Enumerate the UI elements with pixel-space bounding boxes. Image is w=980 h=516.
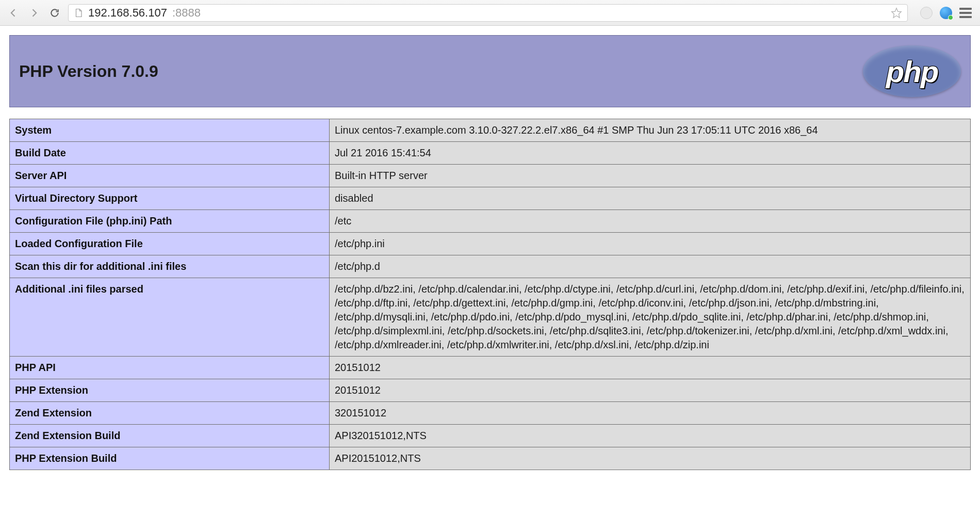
globe-icon[interactable] (940, 7, 952, 19)
back-button[interactable] (6, 6, 21, 20)
phpinfo-header: PHP Version 7.0.9 php (9, 35, 971, 107)
svg-marker-0 (892, 8, 901, 17)
config-key: Loaded Configuration File (10, 233, 330, 255)
config-key: Build Date (10, 142, 330, 165)
url-port: :8888 (172, 6, 201, 20)
hamburger-menu-icon[interactable] (959, 8, 972, 18)
table-row: Additional .ini files parsed/etc/php.d/b… (10, 278, 971, 357)
config-value: API20151012,NTS (330, 447, 971, 470)
reload-button[interactable] (47, 6, 62, 20)
config-key: Scan this dir for additional .ini files (10, 255, 330, 278)
bookmark-star-icon[interactable] (891, 7, 902, 19)
phpinfo-table: SystemLinux centos-7.example.com 3.10.0-… (9, 119, 971, 470)
table-row: Build DateJul 21 2016 15:41:54 (10, 142, 971, 165)
browser-toolbar: 192.168.56.107:8888 (0, 0, 980, 26)
table-row: PHP Extension20151012 (10, 379, 971, 402)
config-key: Virtual Directory Support (10, 187, 330, 210)
extension-icon[interactable] (920, 7, 933, 19)
php-logo-text: php (886, 54, 938, 89)
config-key: PHP Extension (10, 379, 330, 402)
config-key: Configuration File (php.ini) Path (10, 210, 330, 233)
config-key: Zend Extension Build (10, 425, 330, 447)
table-row: Zend Extension BuildAPI320151012,NTS (10, 425, 971, 447)
toolbar-right-icons (914, 7, 974, 19)
config-value: 20151012 (330, 357, 971, 379)
config-value: Linux centos-7.example.com 3.10.0-327.22… (330, 119, 971, 142)
config-key: System (10, 119, 330, 142)
config-value: API320151012,NTS (330, 425, 971, 447)
config-value: 320151012 (330, 402, 971, 425)
config-key: PHP Extension Build (10, 447, 330, 470)
forward-button[interactable] (27, 6, 41, 20)
document-icon (74, 7, 83, 19)
table-row: Scan this dir for additional .ini files/… (10, 255, 971, 278)
table-row: Configuration File (php.ini) Path/etc (10, 210, 971, 233)
table-row: PHP API20151012 (10, 357, 971, 379)
config-value: /etc/php.d (330, 255, 971, 278)
url-host: 192.168.56.107 (88, 6, 167, 20)
config-value: /etc/php.ini (330, 233, 971, 255)
config-value: /etc/php.d/bz2.ini, /etc/php.d/calendar.… (330, 278, 971, 357)
table-row: Zend Extension320151012 (10, 402, 971, 425)
config-key: Zend Extension (10, 402, 330, 425)
config-value: Built-in HTTP server (330, 165, 971, 187)
config-key: Server API (10, 165, 330, 187)
page-content: PHP Version 7.0.9 php SystemLinux centos… (0, 26, 980, 479)
url-bar[interactable]: 192.168.56.107:8888 (68, 4, 908, 22)
config-key: PHP API (10, 357, 330, 379)
page-title: PHP Version 7.0.9 (19, 62, 158, 81)
config-key: Additional .ini files parsed (10, 278, 330, 357)
table-row: Virtual Directory Supportdisabled (10, 187, 971, 210)
config-value: 20151012 (330, 379, 971, 402)
table-row: Loaded Configuration File/etc/php.ini (10, 233, 971, 255)
config-value: disabled (330, 187, 971, 210)
php-logo: php (863, 45, 961, 97)
config-value: /etc (330, 210, 971, 233)
table-row: Server APIBuilt-in HTTP server (10, 165, 971, 187)
table-row: PHP Extension BuildAPI20151012,NTS (10, 447, 971, 470)
table-row: SystemLinux centos-7.example.com 3.10.0-… (10, 119, 971, 142)
config-value: Jul 21 2016 15:41:54 (330, 142, 971, 165)
